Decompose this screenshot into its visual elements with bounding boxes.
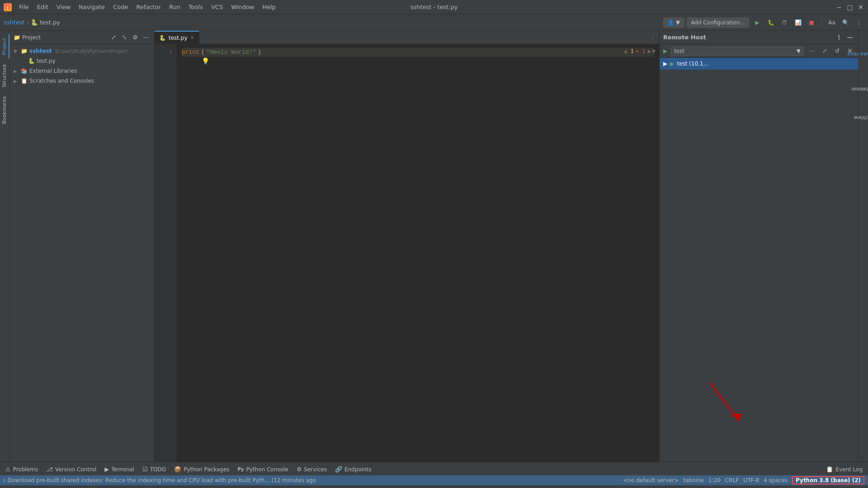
- bottom-tab-python-packages[interactable]: 📦 Python Packages: [170, 462, 233, 475]
- tree-item-sshtest[interactable]: ▼ 📁 sshtest D:\yxc\Study\PycharmProject: [10, 46, 154, 56]
- sidebar-tab-structure[interactable]: Structure: [0, 61, 9, 91]
- menu-help[interactable]: Help: [259, 3, 279, 11]
- bottom-tab-python-console[interactable]: Py Python Console: [234, 462, 292, 475]
- tree-arrow-ext-libs: ▶: [14, 69, 19, 74]
- translate-button[interactable]: Aa: [826, 17, 837, 28]
- menu-view[interactable]: View: [53, 3, 74, 11]
- search-button[interactable]: 🔍: [840, 17, 851, 28]
- user-button[interactable]: 👤 ▼: [663, 18, 684, 28]
- terminal-item-icon: ▶: [670, 61, 674, 67]
- bottom-tab-terminal[interactable]: ▶ Terminal: [101, 462, 138, 475]
- status-left: ℹ Download pre-built shared indexes: Red…: [4, 477, 619, 483]
- remote-more-button[interactable]: ⋯: [807, 47, 816, 56]
- nav-down-button[interactable]: ▼: [652, 47, 656, 56]
- endpoints-label: Endpoints: [344, 466, 372, 473]
- status-position[interactable]: 1:20: [708, 477, 721, 483]
- menu-tools[interactable]: Tools: [185, 3, 207, 11]
- tree-item-label-sshtest: sshtest: [29, 48, 52, 54]
- bottom-tab-problems[interactable]: ⚠ Problems: [2, 462, 42, 475]
- close-button[interactable]: ✕: [857, 4, 864, 11]
- bottom-tab-endpoints[interactable]: 🔗 Endpoints: [331, 462, 375, 475]
- sidebar-tab-project[interactable]: Project: [0, 34, 9, 59]
- remote-host-header: Remote Host ⋮ —: [660, 31, 858, 44]
- tree-item-testpy[interactable]: 🐍 test.py: [10, 56, 154, 66]
- menu-refactor[interactable]: Refactor: [132, 3, 165, 11]
- vtab-database[interactable]: Database: [848, 85, 868, 93]
- remote-settings-button[interactable]: ⋮: [835, 33, 844, 42]
- vtab-remote-host[interactable]: Remote Host: [844, 50, 868, 58]
- remote-tree-item-test[interactable]: ▶ ▶ test (10.1...: [660, 58, 858, 70]
- status-message[interactable]: Download pre-built shared indexes: Reduc…: [8, 477, 316, 483]
- tree-item-label-scratches: Scratches and Consoles: [29, 78, 94, 84]
- breadcrumb-project[interactable]: sshtest: [4, 19, 25, 26]
- status-tabnine[interactable]: tabnine: [683, 477, 704, 483]
- lightbulb-icon[interactable]: 💡: [202, 57, 209, 66]
- bottom-tab-version-control[interactable]: ⎇ Version Control: [42, 462, 100, 475]
- status-server[interactable]: <no default server>: [623, 477, 679, 483]
- tab-more-button[interactable]: ⋮: [646, 34, 659, 41]
- bottom-tab-todo[interactable]: ☑ TODO: [139, 462, 170, 475]
- panel-minimize-button[interactable]: —: [142, 33, 151, 42]
- code-string: "Heelo World!": [207, 48, 256, 57]
- bottom-tab-services[interactable]: ⚙ Services: [293, 462, 330, 475]
- status-crlf[interactable]: CRLF: [725, 477, 739, 483]
- todo-icon: ☑: [142, 466, 148, 473]
- debug-button[interactable]: 🐛: [765, 17, 776, 28]
- window-controls: − □ ✕: [835, 4, 864, 11]
- terminal-icon: ▶: [104, 466, 109, 473]
- menu-code[interactable]: Code: [109, 3, 132, 11]
- menu-vcs[interactable]: VCS: [208, 3, 226, 11]
- stop-button[interactable]: ■: [806, 17, 817, 28]
- editor-nav-buttons: ⚠ 1 ✕ 1 ▲ ▼: [624, 47, 656, 56]
- code-editor[interactable]: print("Heelo World!") 💡 ⚠ 1 ✕ 1 ▲ ▼: [176, 44, 659, 462]
- main-layout: Project Structure Bookmarks 📁 Project ⤢ …: [0, 31, 868, 462]
- tree-item-scratches[interactable]: ▶ 📋 Scratches and Consoles: [10, 76, 154, 86]
- status-bar: ℹ Download pre-built shared indexes: Red…: [0, 475, 868, 485]
- error-badge: ✕ 1: [636, 47, 646, 56]
- panel-header-buttons: ⤢ ⤡ ⚙ —: [109, 33, 151, 42]
- editor-tab-testpy[interactable]: 🐍 test.py ✕: [155, 31, 199, 44]
- remote-host-panel: Remote Host ⋮ — ▶ test ▼ ⋯ ⤢ ↺ ✕ ▶ ▶ tes…: [659, 31, 858, 462]
- host-dropdown[interactable]: test ▼: [671, 47, 804, 56]
- panel-settings-button[interactable]: ⚙: [131, 33, 140, 42]
- status-encoding[interactable]: UTF-8: [743, 477, 759, 483]
- tree-item-ext-libs[interactable]: ▶ 📚 External Libraries: [10, 66, 154, 76]
- status-indent[interactable]: 4 spaces: [764, 477, 788, 483]
- menu-edit[interactable]: Edit: [33, 3, 52, 11]
- tree-item-detail-sshtest: D:\yxc\Study\PycharmProject: [56, 48, 128, 54]
- version-control-label: Version Control: [55, 466, 96, 473]
- more-options-button[interactable]: ⋮: [854, 17, 864, 28]
- services-label: Services: [304, 466, 327, 473]
- menu-navigate[interactable]: Navigate: [75, 3, 108, 11]
- bottom-tab-event-log[interactable]: 📋 Event Log: [822, 462, 866, 475]
- status-interpreter[interactable]: Python 3.8 (base) (2): [792, 476, 864, 484]
- remote-refresh-button[interactable]: ↺: [833, 47, 842, 56]
- profile-button[interactable]: 📊: [793, 17, 803, 28]
- tree-item-label-testpy: test.py: [37, 58, 56, 64]
- remote-minimize-button[interactable]: —: [845, 33, 854, 42]
- folder-icon: 📁: [21, 48, 28, 54]
- breadcrumb-file[interactable]: 🐍 test.py: [31, 19, 60, 26]
- run-with-coverage-button[interactable]: ⏱: [779, 17, 790, 28]
- menu-run[interactable]: Run: [165, 3, 184, 11]
- add-configuration-button[interactable]: Add Configuration...: [687, 18, 749, 28]
- breadcrumb-separator: ›: [27, 19, 29, 26]
- expand-button[interactable]: ⤢: [109, 33, 118, 42]
- collapse-button[interactable]: ⤡: [120, 33, 129, 42]
- tab-close-button[interactable]: ✕: [190, 35, 194, 41]
- project-panel: 📁 Project ⤢ ⤡ ⚙ — ▼ 📁 sshtest D:\yxc\Stu…: [10, 31, 155, 462]
- run-button[interactable]: ▶: [752, 17, 763, 28]
- sidebar-tab-bookmarks[interactable]: Bookmarks: [0, 93, 9, 127]
- menu-file[interactable]: File: [15, 3, 33, 11]
- nav-up-button[interactable]: ▲: [647, 47, 651, 56]
- todo-label: TODO: [150, 466, 166, 473]
- editor-content: 1 print("Heelo World!") 💡 ⚠ 1 ✕ 1 ▲ ▼: [155, 44, 659, 462]
- event-log-icon: 📋: [826, 466, 833, 473]
- warning-badge: ⚠ 1: [624, 47, 634, 56]
- minimize-button[interactable]: −: [835, 4, 843, 11]
- code-paren-close: ): [258, 48, 261, 57]
- menu-window[interactable]: Window: [227, 3, 258, 11]
- maximize-button[interactable]: □: [846, 4, 854, 11]
- remote-expand-button[interactable]: ⤢: [820, 47, 829, 56]
- vtab-sciview[interactable]: SciView: [850, 114, 868, 122]
